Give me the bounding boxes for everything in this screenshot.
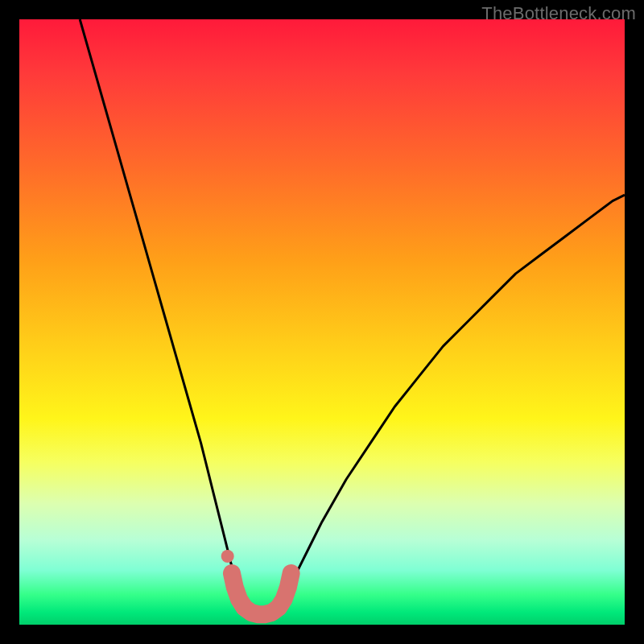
chart-plot-area: [19, 19, 625, 625]
watermark-text: TheBottleneck.com: [481, 3, 636, 24]
series-dot-marker: [221, 550, 234, 563]
chart-svg: [19, 19, 625, 625]
series-right-branch: [277, 195, 625, 606]
series-valley-band: [232, 573, 291, 614]
series-left-branch: [80, 19, 246, 606]
